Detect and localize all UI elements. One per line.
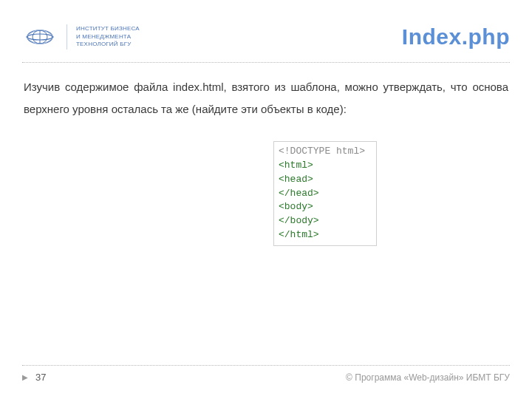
footer-row: ▶ 37 © Программа «Web-дизайн» ИБМТ БГУ — [22, 372, 510, 383]
body-paragraph: Изучив содержимое файла index.html, взят… — [22, 76, 510, 120]
code-line-head-open: <head> — [279, 173, 369, 187]
arrow-right-icon: ▶ — [22, 373, 28, 381]
footer: ▶ 37 © Программа «Web-дизайн» ИБМТ БГУ — [22, 365, 510, 383]
org-line-1: ИНСТИТУТ БИЗНЕСА — [76, 25, 140, 33]
code-line-html-open: <html> — [279, 159, 369, 173]
code-line-doctype: <!DOCTYPE html> — [279, 145, 369, 159]
page-number: 37 — [35, 372, 46, 383]
org-name: ИНСТИТУТ БИЗНЕСА И МЕНЕДЖМЕНТА ТЕХНОЛОГИ… — [76, 25, 140, 48]
slide-title: Index.php — [402, 24, 510, 50]
header-divider — [22, 62, 510, 63]
org-line-2: И МЕНЕДЖМЕНТА — [76, 33, 140, 41]
code-line-body-open: <body> — [279, 200, 369, 214]
code-line-head-close: </head> — [279, 187, 369, 201]
globe-logo-icon — [22, 22, 58, 52]
logo-divider — [66, 24, 67, 50]
header: ИНСТИТУТ БИЗНЕСА И МЕНЕДЖМЕНТА ТЕХНОЛОГИ… — [22, 15, 510, 59]
code-area: <!DOCTYPE html> <html> <head> </head> <b… — [273, 141, 510, 246]
code-line-body-close: </body> — [279, 214, 369, 228]
code-line-html-close: </html> — [279, 228, 369, 242]
copyright-text: © Программа «Web-дизайн» ИБМТ БГУ — [346, 372, 510, 383]
page-indicator: ▶ 37 — [22, 372, 46, 383]
logo-block: ИНСТИТУТ БИЗНЕСА И МЕНЕДЖМЕНТА ТЕХНОЛОГИ… — [22, 22, 140, 52]
footer-divider — [22, 365, 510, 366]
org-line-3: ТЕХНОЛОГИЙ БГУ — [76, 41, 140, 48]
slide: ИНСТИТУТ БИЗНЕСА И МЕНЕДЖМЕНТА ТЕХНОЛОГИ… — [0, 0, 532, 399]
code-box: <!DOCTYPE html> <html> <head> </head> <b… — [273, 141, 377, 246]
